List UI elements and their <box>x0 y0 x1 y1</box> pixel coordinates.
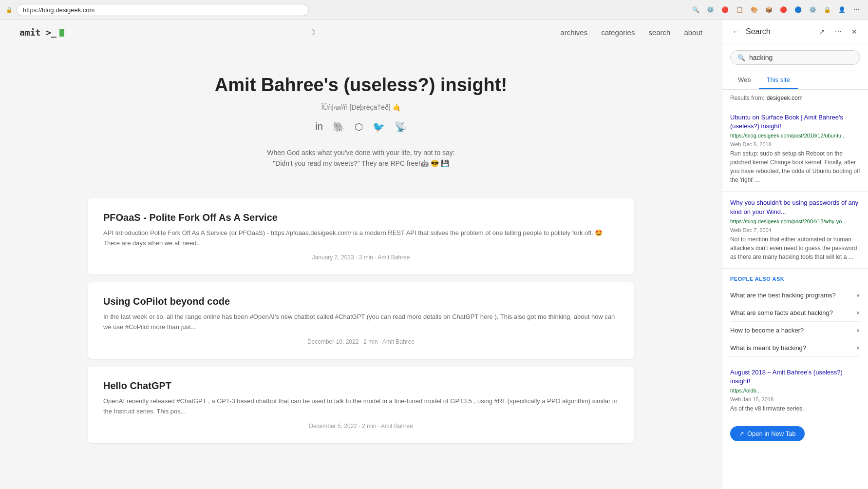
search-panel: ← Search ↗ ⋯ ✕ 🔍 Web This site Results f… <box>722 20 868 489</box>
ext-icon-2[interactable]: ⚙️ <box>704 4 716 16</box>
rss-icon[interactable]: 📡 <box>395 121 407 133</box>
ext-icon-12[interactable]: ⋯ <box>850 4 862 16</box>
linkedin-icon[interactable]: in <box>315 121 323 133</box>
nav-about[interactable]: about <box>684 28 702 37</box>
search-input-box[interactable]: 🔍 <box>730 50 860 65</box>
result-item-2[interactable]: Why you shouldn't be using passwords of … <box>722 192 868 268</box>
result-meta-3: Web Jan 15, 2018 <box>730 396 860 402</box>
results-from: Results from: desigeek.com <box>722 90 868 106</box>
nav-archives[interactable]: archives <box>560 28 587 37</box>
search-tabs: Web This site <box>722 71 868 90</box>
paa-chevron-3: ∨ <box>856 327 860 333</box>
logo-text: amit >_ <box>19 27 57 38</box>
moon-icon[interactable]: ☽ <box>309 28 316 37</box>
open-new-tab-icon: ↗ <box>739 430 744 437</box>
result-url-2: https://blog.desigeek.com/post/2004/12/w… <box>730 218 860 224</box>
ext-icon-9[interactable]: ⚙️ <box>807 4 818 16</box>
lock-icon: 🔒 <box>6 7 13 13</box>
paa-question-1: What are the best hacking programs? <box>730 292 836 299</box>
post-card-1[interactable]: PFOaaS - Polite Fork Off As A Service AP… <box>88 198 634 275</box>
mastodon-icon[interactable]: 🐘 <box>333 121 345 133</box>
result-item-3[interactable]: August 2018 – Amit Bahree's (useless?) i… <box>722 361 868 420</box>
panel-close-button[interactable]: ✕ <box>849 26 860 38</box>
paa-item-1[interactable]: What are the best hacking programs? ∨ <box>730 287 860 304</box>
social-icons: in 🐘 ⬡ 🐦 📡 <box>19 121 702 133</box>
panel-title: Search <box>746 27 812 36</box>
result-snippet-3: As of the v8 firmware series, <box>730 404 860 413</box>
result-meta-2: Web Dec 7, 2004 <box>730 227 860 233</box>
tab-this-site[interactable]: This site <box>759 71 798 89</box>
post-excerpt-1: API Introduction Polite Fork Off As A Se… <box>103 228 619 249</box>
result-snippet-2: Not to mention that either automated or … <box>730 235 860 261</box>
ext-icon-10[interactable]: 🔒 <box>821 4 833 16</box>
result-title-2[interactable]: Why you shouldn't be using passwords of … <box>730 198 860 216</box>
hero-quote: When God asks what you've done with your… <box>19 147 702 169</box>
results-domain: desigeek.com <box>767 95 803 101</box>
hero-section: Amit Bahree's (useless?) insight! ĨŨñ|‹ø… <box>0 45 722 189</box>
ext-icon-7[interactable]: 🔴 <box>777 4 789 16</box>
search-magnifier-icon: 🔍 <box>737 54 745 61</box>
ext-icon-1[interactable]: 🔍 <box>690 4 701 16</box>
result-url-1: https://blog.desigeek.com/post/2018/12/u… <box>730 133 860 138</box>
post-excerpt-3: OpenAI recently released #ChatGPT , a GP… <box>103 396 619 417</box>
result-url-3: https://oldb... <box>730 388 860 393</box>
address-input[interactable]: https://blog.desigeek.com <box>17 4 309 16</box>
results-from-label: Results from: <box>730 95 765 101</box>
paa-item-3[interactable]: How to become a hacker? ∨ <box>730 322 860 339</box>
twitter-icon[interactable]: 🐦 <box>373 121 385 133</box>
post-meta-3: December 5, 2022 · 2 min · Amit Bahree <box>103 423 619 430</box>
post-title-3: Hello ChatGPT <box>103 380 619 391</box>
browser-icons: 🔍 ⚙️ 🔴 📋 🎨 📦 🔴 🔵 ⚙️ 🔒 👤 ⋯ <box>690 4 862 16</box>
paa-chevron-4: ∨ <box>856 344 860 351</box>
result-title-3[interactable]: August 2018 – Amit Bahree's (useless?) i… <box>730 368 860 386</box>
post-card-2[interactable]: Using CoPilot beyond code In the last we… <box>88 282 634 359</box>
ext-icon-3[interactable]: 🔴 <box>719 4 731 16</box>
paa-question-3: How to become a hacker? <box>730 327 804 334</box>
tab-web[interactable]: Web <box>730 71 759 89</box>
search-results: Ubuntu on Surface Book | Amit Bahree's (… <box>722 106 868 489</box>
paa-chevron-2: ∨ <box>856 309 860 316</box>
blog-area: amit >_ ☽ archives categories search abo… <box>0 20 722 489</box>
paa-item-2[interactable]: What are some facts about hacking? ∨ <box>730 304 860 322</box>
paa-chevron-1: ∨ <box>856 292 860 298</box>
ext-icon-11[interactable]: 👤 <box>836 4 848 16</box>
nav-search[interactable]: search <box>648 28 670 37</box>
quote-line1: When God asks what you've done with your… <box>19 147 702 158</box>
ext-icon-4[interactable]: 📋 <box>734 4 745 16</box>
post-excerpt-2: In the last week or so, all the range on… <box>103 312 619 333</box>
browser-chrome: 🔒 https://blog.desigeek.com 🔍 ⚙️ 🔴 📋 🎨 📦… <box>0 0 868 20</box>
people-also-ask-section: PEOPLE ALSO ASK What are the best hackin… <box>722 269 868 361</box>
result-snippet-1: Run setup: sudo sh setup.sh Reboot on th… <box>730 149 860 184</box>
posts-area: PFOaaS - Polite Fork Off As A Service AP… <box>0 189 722 453</box>
paa-item-4[interactable]: What is meant by hacking? ∨ <box>730 339 860 357</box>
main-layout: amit >_ ☽ archives categories search abo… <box>0 20 868 489</box>
open-new-tab-label: Open in New Tab <box>747 430 796 437</box>
panel-back-button[interactable]: ← <box>730 25 742 38</box>
result-title-1[interactable]: Ubuntu on Surface Book | Amit Bahree's (… <box>730 113 860 131</box>
github-icon[interactable]: ⬡ <box>355 121 363 133</box>
post-card-3[interactable]: Hello ChatGPT OpenAI recently released #… <box>88 367 634 443</box>
panel-more-button[interactable]: ⋯ <box>832 26 845 38</box>
post-meta-2: December 10, 2022 · 2 min · Amit Bahree <box>103 338 619 345</box>
blog-nav: amit >_ ☽ archives categories search abo… <box>0 20 722 45</box>
nav-categories[interactable]: categories <box>601 28 635 37</box>
paa-title: PEOPLE ALSO ASK <box>730 276 860 282</box>
result-meta-1: Web Dec 5, 2018 <box>730 141 860 147</box>
ext-icon-6[interactable]: 📦 <box>763 4 774 16</box>
blog-logo: amit >_ <box>19 27 64 38</box>
paa-question-4: What is meant by hacking? <box>730 344 806 352</box>
url-text: https://blog.desigeek.com <box>23 6 94 14</box>
logo-cursor <box>59 29 64 37</box>
hero-subtitle: ĨŨñ|‹ø//ñ [Ðëþrëçä†ëð] 🤙 <box>19 103 702 111</box>
hero-title: Amit Bahree's (useless?) insight! <box>19 75 702 96</box>
open-new-tab-button[interactable]: ↗ Open in New Tab <box>730 426 805 441</box>
search-panel-header: ← Search ↗ ⋯ ✕ <box>722 20 868 44</box>
ext-icon-5[interactable]: 🎨 <box>748 4 760 16</box>
blog-nav-links: archives categories search about <box>560 28 702 37</box>
panel-open-external-button[interactable]: ↗ <box>816 26 828 38</box>
post-title-2: Using CoPilot beyond code <box>103 296 619 307</box>
post-meta-1: January 2, 2023 · 3 min · Amit Bahree <box>103 254 619 261</box>
result-item-1[interactable]: Ubuntu on Surface Book | Amit Bahree's (… <box>722 106 868 192</box>
ext-icon-8[interactable]: 🔵 <box>792 4 804 16</box>
search-input[interactable] <box>749 54 853 61</box>
